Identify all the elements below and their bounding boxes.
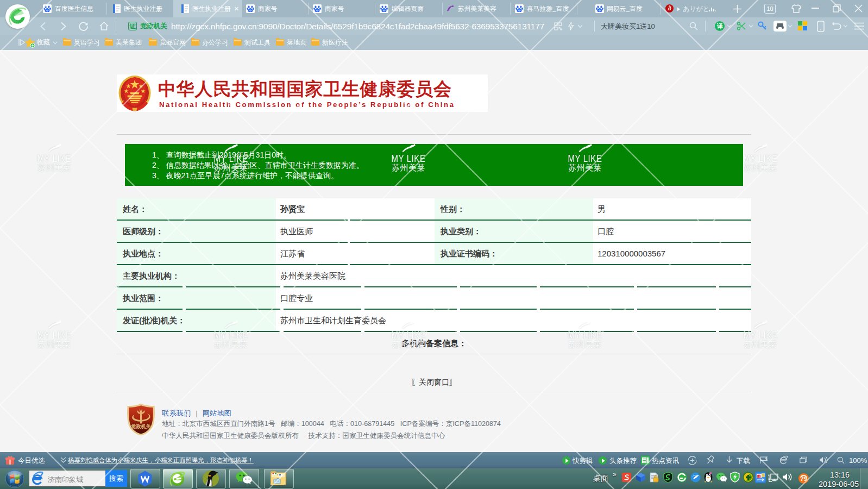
svg-text:图: 图 <box>757 474 761 479</box>
svg-text:du: du <box>518 9 521 11</box>
svg-text:du: du <box>249 9 252 11</box>
svg-text:du: du <box>46 9 49 11</box>
svg-text:du: du <box>316 9 319 11</box>
svg-text:du: du <box>383 9 386 11</box>
svg-text:du: du <box>599 9 601 11</box>
svg-text:党政机关: 党政机关 <box>131 424 152 429</box>
